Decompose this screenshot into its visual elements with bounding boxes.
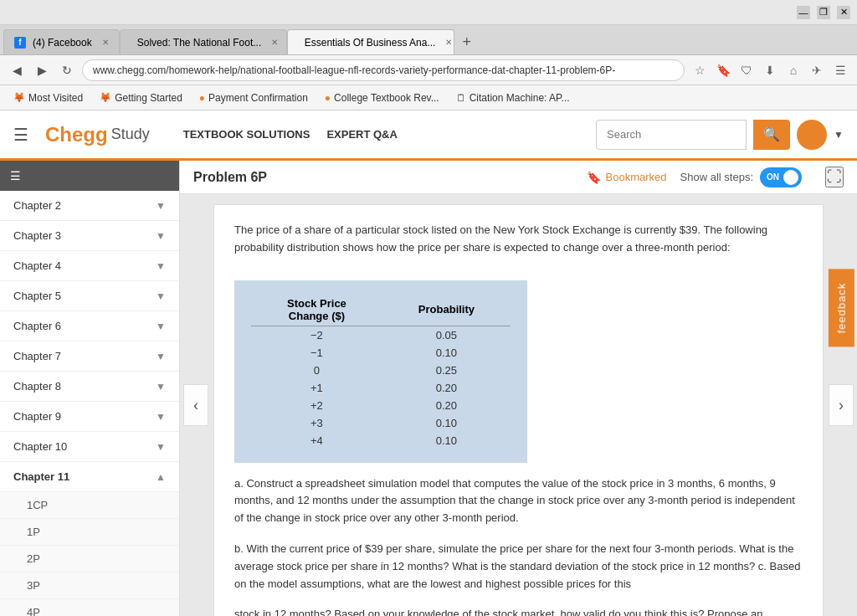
- chegg-logo[interactable]: Chegg Study: [45, 123, 150, 146]
- table-cell-probability: 0.10: [382, 414, 511, 432]
- table-row: +10.20: [251, 379, 511, 397]
- hamburger-menu[interactable]: ☰: [13, 125, 28, 145]
- url-text: www.chegg.com/homework-help/national-foo…: [93, 64, 615, 76]
- tab-facebook-label: (4) Facebook: [33, 37, 92, 49]
- bookmark-college-label: College Textbook Rev...: [334, 92, 439, 104]
- sidebar-header: ☰: [0, 161, 179, 191]
- chapter3-label: Chapter 3: [13, 229, 61, 242]
- search-button[interactable]: 🔍: [753, 120, 790, 150]
- sidebar-item-chapter3[interactable]: Chapter 3 ▼: [0, 221, 179, 251]
- sub-item-2p-label: 2P: [27, 552, 40, 565]
- chapter5-label: Chapter 5: [13, 290, 61, 302]
- home-icon[interactable]: ⌂: [783, 60, 803, 80]
- menu-icon[interactable]: ☰: [830, 60, 850, 80]
- tab-facebook[interactable]: f (4) Facebook ✕: [3, 29, 120, 54]
- next-arrow[interactable]: ›: [829, 384, 854, 426]
- prev-arrow[interactable]: ‹: [183, 384, 208, 426]
- user-avatar[interactable]: [797, 120, 827, 150]
- show-steps: Show all steps:: [680, 167, 802, 187]
- bookmark-college[interactable]: ● College Textbook Rev...: [318, 90, 446, 105]
- sidebar-item-chapter4[interactable]: Chapter 4 ▼: [0, 251, 179, 281]
- download-icon[interactable]: ⬇: [760, 60, 780, 80]
- bookmark-payment[interactable]: ● Payment Confirmation: [192, 90, 315, 105]
- url-input[interactable]: www.chegg.com/homework-help/national-foo…: [82, 59, 685, 81]
- chevron-down-icon[interactable]: ▼: [834, 129, 844, 141]
- maximize-button[interactable]: ❐: [817, 6, 830, 19]
- address-bar: ◀ ▶ ↻ www.chegg.com/homework-help/nation…: [0, 55, 857, 85]
- table-col1-header: Stock PriceChange ($): [251, 294, 382, 326]
- toggle-on[interactable]: [760, 167, 802, 187]
- browser-icons: ☆ 🔖 🛡 ⬇ ⌂ ✈ ☰: [690, 60, 850, 80]
- table-cell-probability: 0.10: [382, 432, 511, 449]
- sidebar-item-chapter6[interactable]: Chapter 6 ▼: [0, 311, 179, 341]
- forward-button[interactable]: ▶: [32, 60, 52, 80]
- bookmark-citation[interactable]: 🗒 Citation Machine: AP...: [449, 90, 577, 105]
- table-cell-probability: 0.20: [382, 397, 511, 414]
- bookmarked-button[interactable]: 🔖 Bookmarked: [587, 171, 667, 184]
- chapter2-label: Chapter 2: [13, 199, 61, 212]
- tab-essentials[interactable]: Essentials Of Business Ana... ✕: [287, 29, 454, 54]
- header-nav: TEXTBOOK SOLUTIONS EXPERT Q&A: [183, 128, 398, 141]
- sub-item-1p-label: 1P: [27, 526, 40, 538]
- back-button[interactable]: ◀: [7, 60, 27, 80]
- nav-expert-qa[interactable]: EXPERT Q&A: [326, 128, 398, 141]
- chapter10-label: Chapter 10: [13, 440, 67, 453]
- sub-item-1p[interactable]: 1P: [0, 519, 179, 546]
- expand-button[interactable]: ⛶: [825, 167, 844, 187]
- chapter4-expand-icon: ▼: [156, 260, 166, 272]
- bookmark-getting-started[interactable]: 🦊 Getting Started: [93, 90, 189, 105]
- problem-text-intro: The price of a share of a particular sto…: [234, 222, 803, 257]
- tab-essentials-label: Essentials Of Business Ana...: [305, 37, 436, 49]
- table-cell-change: +4: [251, 432, 382, 449]
- tab-essentials-close[interactable]: ✕: [445, 38, 452, 47]
- sidebar-item-chapter5[interactable]: Chapter 5 ▼: [0, 281, 179, 311]
- tab-solved[interactable]: Solved: The National Foot... ✕: [120, 29, 287, 54]
- show-steps-label: Show all steps:: [680, 171, 753, 183]
- chapter11-sub-items: 1CP 1P 2P 3P 4P 5P 🔖 6P 7P: [0, 492, 179, 616]
- tab-solved-close[interactable]: ✕: [271, 38, 278, 47]
- chapter5-expand-icon: ▼: [156, 290, 166, 302]
- chapter3-expand-icon: ▼: [156, 230, 166, 242]
- sidebar-item-chapter9[interactable]: Chapter 9 ▼: [0, 402, 179, 432]
- minimize-button[interactable]: —: [797, 6, 810, 19]
- chapter6-label: Chapter 6: [13, 320, 61, 332]
- sub-item-1cp-label: 1CP: [27, 499, 48, 511]
- table-cell-probability: 0.20: [382, 379, 511, 397]
- bookmark-most-visited[interactable]: 🦊 Most Visited: [7, 90, 90, 105]
- sub-item-1cp[interactable]: 1CP: [0, 492, 179, 519]
- send-icon[interactable]: ✈: [807, 60, 827, 80]
- shield-icon[interactable]: 🛡: [736, 60, 757, 80]
- sub-item-4p[interactable]: 4P: [0, 599, 179, 616]
- reload-button[interactable]: ↻: [57, 60, 77, 80]
- bookmark-most-visited-label: Most Visited: [28, 92, 83, 104]
- bookmark-flag-icon: 🔖: [587, 171, 601, 184]
- sidebar-item-chapter8[interactable]: Chapter 8 ▼: [0, 372, 179, 402]
- sidebar-item-chapter10[interactable]: Chapter 10 ▼: [0, 432, 179, 462]
- feedback-button[interactable]: feedback: [829, 270, 854, 347]
- sub-item-3p-label: 3P: [27, 579, 40, 592]
- sidebar-header-icon: ☰: [10, 169, 21, 182]
- tab-facebook-close[interactable]: ✕: [102, 38, 109, 47]
- chapter9-label: Chapter 9: [13, 410, 61, 423]
- citation-icon: 🗒: [456, 92, 466, 104]
- chapter7-expand-icon: ▼: [156, 351, 166, 362]
- table-row: −10.10: [251, 344, 511, 362]
- close-button[interactable]: ✕: [837, 6, 850, 19]
- facebook-icon: f: [14, 37, 26, 49]
- sidebar-item-chapter7[interactable]: Chapter 7 ▼: [0, 341, 179, 372]
- chapter7-label: Chapter 7: [13, 350, 61, 362]
- content-scroll[interactable]: ‹ › The price of a share of a particular…: [180, 194, 857, 616]
- sub-item-3p[interactable]: 3P: [0, 572, 179, 599]
- sidebar-item-chapter11[interactable]: Chapter 11 ▲: [0, 462, 179, 492]
- table-cell-change: −1: [251, 344, 382, 362]
- college-icon: ●: [325, 92, 331, 104]
- sub-item-2p[interactable]: 2P: [0, 546, 179, 572]
- star-icon[interactable]: ☆: [690, 60, 710, 80]
- chapter4-label: Chapter 4: [13, 259, 61, 272]
- bookmark-icon[interactable]: 🔖: [713, 60, 733, 80]
- table-cell-probability: 0.25: [382, 362, 511, 379]
- new-tab-button[interactable]: +: [454, 29, 480, 54]
- sidebar-item-chapter2[interactable]: Chapter 2 ▼: [0, 191, 179, 221]
- nav-textbook-solutions[interactable]: TEXTBOOK SOLUTIONS: [183, 128, 310, 141]
- search-input[interactable]: [596, 120, 747, 150]
